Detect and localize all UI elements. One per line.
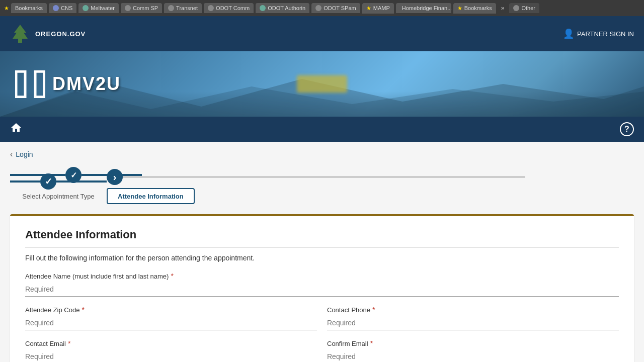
phone-input[interactable] — [327, 316, 619, 330]
tab-label: Homebridge Finan... — [402, 5, 451, 11]
phone-label: Contact Phone * — [327, 306, 619, 314]
email-row: Contact Email * Confirm Email * — [25, 339, 619, 362]
required-star-phone: * — [372, 306, 375, 314]
back-arrow-icon: ‹ — [10, 150, 13, 159]
tab-favicon — [125, 5, 131, 11]
tab-label: Other — [521, 5, 535, 11]
oregon-tree-icon — [10, 24, 30, 44]
more-tabs-button[interactable]: » — [498, 3, 508, 14]
person-icon: 👤 — [563, 28, 574, 39]
email-input[interactable] — [25, 349, 317, 362]
tab-favicon — [208, 5, 214, 11]
home-button[interactable] — [10, 122, 22, 137]
form-title: Attendee Information — [25, 228, 619, 248]
zip-label: Attendee Zip Code * — [25, 306, 317, 314]
attendee-name-group: Attendee Name (must include first and la… — [25, 272, 619, 297]
main-content: ‹ Login ✓ ✓ Select Appointment Type — [0, 142, 644, 362]
email-col: Contact Email * — [25, 339, 317, 362]
required-star-confirm-email: * — [370, 339, 373, 347]
tab-favicon — [315, 5, 321, 11]
tab-odot-comm[interactable]: ODOT Comm — [204, 3, 254, 13]
tab-favicon — [260, 5, 266, 11]
required-star-email: * — [68, 339, 70, 347]
tab-label: ODOT Authorin — [268, 5, 305, 11]
breadcrumb-login-link[interactable]: Login — [16, 150, 33, 158]
oregon-header: OREGON.GOV 👤 PARTNER SIGN IN — [0, 16, 644, 51]
tab-label: Bookmarks — [464, 5, 492, 11]
required-star: * — [171, 272, 173, 280]
tab-homebridge[interactable]: Homebridge Finan... — [396, 3, 451, 13]
svg-rect-4 — [35, 71, 44, 97]
tab-label: ODOT Comm — [216, 5, 250, 11]
tab-favicon — [513, 5, 519, 11]
help-button[interactable]: ? — [620, 122, 634, 136]
zip-input[interactable] — [25, 316, 317, 330]
dmv2u-logo: DMV2U — [15, 70, 121, 98]
tab-favicon: ★ — [457, 5, 462, 12]
tab-other[interactable]: Other — [509, 3, 539, 13]
help-icon-char: ? — [624, 125, 629, 134]
attendee-name-input[interactable] — [25, 282, 619, 297]
svg-rect-3 — [16, 71, 25, 97]
required-star-zip: * — [82, 306, 84, 314]
nav-bar: ? — [0, 117, 644, 142]
tab-bookmarks2[interactable]: ★ Bookmarks — [453, 3, 496, 14]
partner-signin-label: PARTNER SIGN IN — [577, 30, 634, 38]
tab-comm-sp[interactable]: Comm SP — [121, 3, 162, 13]
tab-label: CNS — [61, 5, 72, 11]
step1-wrapper: ✓ — [10, 167, 142, 183]
tab-favicon — [53, 5, 59, 11]
tab-bookmarks1[interactable]: Bookmarks — [11, 3, 47, 13]
tab-mamp[interactable]: ★ MAMP — [362, 3, 394, 14]
step1-circle: ✓ — [65, 167, 82, 183]
form-description: Fill out the following information for t… — [25, 254, 619, 262]
tab-favicon — [83, 5, 89, 11]
tab-cns[interactable]: CNS — [49, 3, 76, 13]
partner-signin-button[interactable]: 👤 PARTNER SIGN IN — [563, 28, 634, 39]
attendee-info-form: Attendee Information Fill out the follow… — [10, 214, 634, 362]
tab-label: Bookmarks — [15, 5, 43, 11]
step1-line-after — [82, 174, 142, 176]
svg-marker-0 — [13, 25, 28, 43]
tab-label: ODOT SPam — [324, 5, 356, 11]
tab-transnet[interactable]: Transnet — [164, 3, 202, 13]
tab-label: Transnet — [176, 5, 198, 11]
tab-label: MAMP — [373, 5, 390, 11]
tab-label: Meltwater — [91, 5, 115, 11]
step1-line-before — [10, 174, 65, 176]
email-label: Contact Email * — [25, 339, 317, 347]
confirm-email-label: Confirm Email * — [327, 339, 619, 347]
progress-steps: ✓ — [10, 167, 634, 183]
breadcrumb[interactable]: ‹ Login — [10, 150, 634, 159]
zip-phone-row: Attendee Zip Code * Contact Phone * — [25, 306, 619, 330]
zip-col: Attendee Zip Code * — [25, 306, 317, 330]
blurred-overlay — [297, 75, 347, 93]
confirm-email-col: Confirm Email * — [327, 339, 619, 362]
phone-col: Contact Phone * — [327, 306, 619, 330]
hero-banner: DMV2U — [0, 51, 644, 117]
step1-label: Select Appointment Type — [22, 193, 95, 200]
tab-favicon — [168, 5, 174, 11]
confirm-email-input[interactable] — [327, 349, 619, 362]
bookmarks-favicon: ★ — [4, 5, 9, 12]
dmv-icon — [15, 70, 45, 98]
tab-meltwater[interactable]: Meltwater — [78, 3, 119, 13]
oregon-logo[interactable]: OREGON.GOV — [10, 24, 86, 44]
tab-label: Comm SP — [133, 5, 158, 11]
browser-tab-bar: ★ Bookmarks CNS Meltwater Comm SP Transn… — [0, 0, 644, 16]
step2-tab[interactable]: Attendee Information — [107, 188, 195, 204]
tab-odot-auth[interactable]: ODOT Authorin — [256, 3, 309, 13]
tab-odot-spam[interactable]: ODOT SPam — [311, 3, 360, 13]
step2-label: Attendee Information — [118, 193, 184, 200]
oregon-gov-logo-text: OREGON.GOV — [35, 30, 86, 38]
tab-favicon: ★ — [366, 5, 371, 12]
attendee-name-label: Attendee Name (must include first and la… — [25, 272, 619, 280]
dmv2u-text: DMV2U — [52, 73, 121, 95]
